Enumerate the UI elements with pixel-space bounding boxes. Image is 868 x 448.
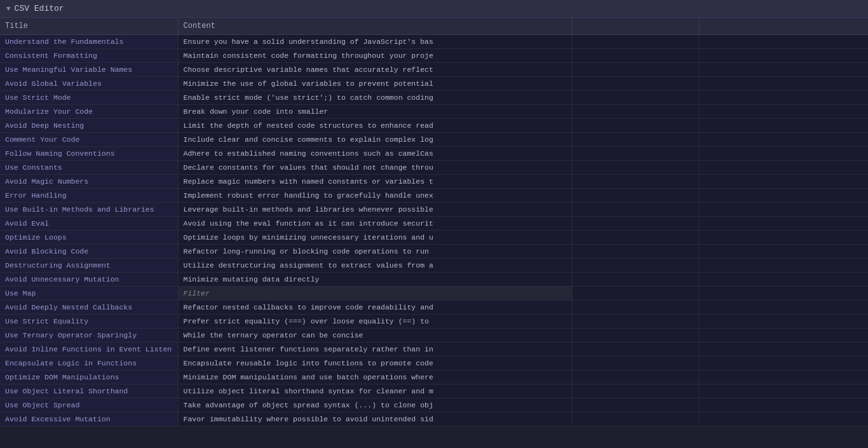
cell-title: Optimize DOM Manipulations: [0, 370, 178, 384]
cell-col4: [699, 343, 868, 356]
cell-content: Leverage built-in methods and libraries …: [178, 203, 572, 217]
cell-col4: [699, 105, 868, 119]
cell-title: Optimize Loops: [0, 231, 178, 245]
table-row[interactable]: Use Strict ModeEnable strict mode ('use …: [0, 91, 868, 105]
cell-col3: [572, 49, 699, 63]
cell-col4: [699, 315, 868, 329]
cell-col4: [699, 189, 868, 203]
cell-content: Enable strict mode ('use strict';) to ca…: [178, 91, 572, 105]
cell-col4: [699, 273, 868, 287]
cell-title: Use Strict Mode: [0, 91, 178, 105]
cell-title: Avoid Eval: [0, 217, 178, 231]
cell-title: Destructuring Assignment: [0, 259, 178, 273]
cell-col3: [572, 105, 699, 119]
cell-col4: [699, 370, 868, 384]
cell-content: Minimize the use of global variables to …: [178, 77, 572, 91]
cell-content: Utilize object literal shorthand syntax …: [178, 384, 572, 398]
table-row[interactable]: Avoid Magic NumbersReplace magic numbers…: [0, 175, 868, 189]
table-row[interactable]: Use Map Filter: [0, 287, 868, 301]
table-row[interactable]: Avoid Blocking CodeRefactor long-running…: [0, 245, 868, 259]
table-row[interactable]: Use Strict EqualityPrefer strict equalit…: [0, 315, 868, 329]
table-header-row: Title Content: [0, 18, 868, 35]
cell-col4: [699, 147, 868, 161]
table-row[interactable]: Modularize Your CodeBreak down your code…: [0, 105, 868, 119]
table-row[interactable]: Error HandlingImplement robust error han…: [0, 189, 868, 203]
cell-content: Break down your code into smaller: [178, 105, 572, 119]
table-row[interactable]: Use Object SpreadTake advantage of objec…: [0, 398, 868, 412]
cell-content: Replace magic numbers with named constan…: [178, 175, 572, 189]
cell-content: Ensure you have a solid understanding of…: [178, 35, 572, 49]
cell-col4: [699, 412, 868, 426]
cell-content: Implement robust error handling to grace…: [178, 189, 572, 203]
cell-col3: [572, 412, 699, 426]
cell-col3: [572, 343, 699, 356]
cell-col3: [572, 119, 699, 133]
cell-col3: [572, 231, 699, 245]
table-row[interactable]: Consistent FormattingMaintain consistent…: [0, 49, 868, 63]
cell-title: Use Object Literal Shorthand: [0, 384, 178, 398]
cell-col4: [699, 203, 868, 217]
cell-col3: [572, 217, 699, 231]
table-row[interactable]: Avoid Deep NestingLimit the depth of nes…: [0, 119, 868, 133]
cell-col3: [572, 370, 699, 384]
cell-title: Use Built-in Methods and Libraries: [0, 203, 178, 217]
cell-title: Avoid Inline Functions in Event Listen: [0, 343, 178, 356]
table-row[interactable]: Encapsulate Logic in FunctionsEncapsulat…: [0, 356, 868, 370]
cell-col3: [572, 161, 699, 175]
cell-title: Avoid Excessive Mutation: [0, 412, 178, 426]
cell-col3: [572, 301, 699, 315]
table-row[interactable]: Avoid Inline Functions in Event ListenDe…: [0, 343, 868, 356]
table-row[interactable]: Use Built-in Methods and LibrariesLevera…: [0, 203, 868, 217]
cell-col4: [699, 384, 868, 398]
cell-title: Use Map: [0, 287, 178, 301]
table-row[interactable]: Avoid Excessive MutationFavor immutabili…: [0, 412, 868, 426]
cell-col3: [572, 356, 699, 370]
cell-content: While the ternary operator can be concis…: [178, 329, 572, 343]
cell-col4: [699, 301, 868, 315]
cell-col3: [572, 35, 699, 49]
table-row[interactable]: Use Object Literal ShorthandUtilize obje…: [0, 384, 868, 398]
cell-title: Avoid Blocking Code: [0, 245, 178, 259]
title-bar: ▼ CSV Editor: [0, 0, 868, 18]
table-row[interactable]: Use Ternary Operator SparinglyWhile the …: [0, 329, 868, 343]
col-header-content: Content: [178, 18, 572, 35]
table-row[interactable]: Destructuring AssignmentUtilize destruct…: [0, 259, 868, 273]
table-row[interactable]: Follow Naming ConventionsAdhere to estab…: [0, 147, 868, 161]
table-row[interactable]: Avoid Unnecessary MutationMinimize mutat…: [0, 273, 868, 287]
table-row[interactable]: Avoid Global VariablesMinimize the use o…: [0, 77, 868, 91]
cell-col4: [699, 133, 868, 147]
cell-col3: [572, 287, 699, 301]
table-row[interactable]: Understand the FundamentalsEnsure you ha…: [0, 35, 868, 49]
table-wrapper[interactable]: Title Content Understand the Fundamental…: [0, 18, 868, 448]
cell-content: Encapsulate reusable logic into function…: [178, 356, 572, 370]
cell-col4: [699, 91, 868, 105]
table-row[interactable]: Use Meaningful Variable NamesChoose desc…: [0, 63, 868, 77]
cell-col4: [699, 49, 868, 63]
table-row[interactable]: Avoid Deeply Nested CallbacksRefactor ne…: [0, 301, 868, 315]
cell-content: Favor immutability where possible to avo…: [178, 412, 572, 426]
cell-title: Use Constants: [0, 161, 178, 175]
cell-title: Follow Naming Conventions: [0, 147, 178, 161]
table-row[interactable]: Avoid EvalAvoid using the eval function …: [0, 217, 868, 231]
cell-title: Use Ternary Operator Sparingly: [0, 329, 178, 343]
cell-content: Optimize loops by minimizing unnecessary…: [178, 231, 572, 245]
table-row[interactable]: Use ConstantsDeclare constants for value…: [0, 161, 868, 175]
cell-content: Define event listener functions separate…: [178, 343, 572, 356]
cell-col3: [572, 189, 699, 203]
cell-col4: [699, 35, 868, 49]
cell-col4: [699, 231, 868, 245]
table-row[interactable]: Comment Your CodeInclude clear and conci…: [0, 133, 868, 147]
cell-col4: [699, 329, 868, 343]
cell-content: Refactor nested callbacks to improve cod…: [178, 301, 572, 315]
table-row[interactable]: Optimize DOM ManipulationsMinimize DOM m…: [0, 370, 868, 384]
main-container: Title Content Understand the Fundamental…: [0, 18, 868, 448]
cell-content: Limit the depth of nested code structure…: [178, 119, 572, 133]
cell-content: Take advantage of object spread syntax (…: [178, 398, 572, 412]
cell-content: Prefer strict equality (===) over loose …: [178, 315, 572, 329]
cell-col4: [699, 63, 868, 77]
cell-col3: [572, 315, 699, 329]
cell-title: Understand the Fundamentals: [0, 35, 178, 49]
cell-col3: [572, 259, 699, 273]
cell-col3: [572, 133, 699, 147]
table-row[interactable]: Optimize LoopsOptimize loops by minimizi…: [0, 231, 868, 245]
